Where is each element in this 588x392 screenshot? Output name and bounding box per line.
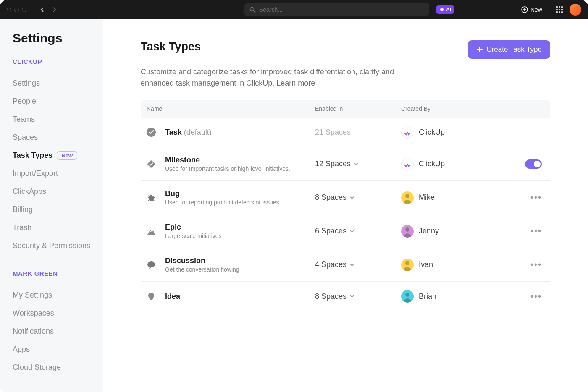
diamond-check-icon bbox=[145, 158, 158, 170]
sidebar-item-billing[interactable]: Billing bbox=[13, 201, 103, 219]
created-by-cell: Mike bbox=[401, 191, 504, 204]
sidebar-item-label: Task Types bbox=[13, 151, 52, 160]
nav-forward-button[interactable] bbox=[49, 4, 60, 15]
sidebar-item-settings[interactable]: Settings bbox=[13, 74, 103, 92]
sidebar-item-label: Security & Permissions bbox=[13, 241, 90, 250]
sidebar-item-my-settings[interactable]: My Settings bbox=[13, 286, 103, 304]
created-by-cell: ClickUp bbox=[401, 126, 504, 139]
creator-avatar bbox=[401, 191, 414, 204]
enabled-in-dropdown[interactable]: 4 Spaces bbox=[315, 260, 401, 269]
table-header: Name Enabled in Created By bbox=[141, 100, 550, 118]
new-button[interactable]: New bbox=[521, 6, 542, 13]
row-title: Task (default) bbox=[165, 128, 315, 137]
svg-line-11 bbox=[153, 196, 154, 197]
sidebar-item-security[interactable]: Security & Permissions bbox=[13, 237, 103, 255]
chevron-down-icon bbox=[349, 293, 355, 299]
divider bbox=[549, 5, 549, 14]
plus-icon bbox=[476, 46, 483, 53]
enabled-in-dropdown: 21 Spaces bbox=[315, 128, 401, 137]
column-header-created: Created By bbox=[401, 105, 504, 112]
creator-name: Ivan bbox=[419, 260, 433, 269]
creator-name: Brian bbox=[419, 292, 436, 301]
svg-point-2 bbox=[440, 8, 444, 11]
sidebar-item-label: Billing bbox=[13, 205, 33, 214]
svg-rect-7 bbox=[150, 195, 152, 197]
row-title: Discussion bbox=[165, 256, 315, 265]
column-header-enabled: Enabled in bbox=[315, 105, 401, 112]
enable-toggle[interactable] bbox=[525, 159, 542, 169]
enabled-in-dropdown[interactable]: 6 Spaces bbox=[315, 227, 401, 235]
svg-point-0 bbox=[250, 7, 254, 11]
creator-name: Mike bbox=[419, 193, 435, 202]
chat-icon bbox=[145, 259, 158, 271]
creator-name: ClickUp bbox=[419, 159, 445, 168]
enabled-count: 21 Spaces bbox=[315, 128, 351, 137]
more-options-button[interactable]: ••• bbox=[530, 292, 542, 301]
create-button-label: Create Task Type bbox=[486, 45, 542, 54]
search-field[interactable] bbox=[244, 3, 429, 16]
svg-point-19 bbox=[405, 293, 410, 297]
table-row[interactable]: BugUsed for reporting product defects or… bbox=[141, 181, 550, 214]
nav-back-button[interactable] bbox=[37, 4, 47, 15]
svg-point-16 bbox=[147, 261, 155, 267]
sidebar-item-label: People bbox=[13, 97, 36, 106]
table-row[interactable]: Idea8 SpacesBrian••• bbox=[141, 282, 550, 311]
sidebar-item-people[interactable]: People bbox=[13, 92, 103, 110]
sidebar-item-cloud-storage[interactable]: Cloud Storage bbox=[13, 358, 103, 376]
svg-line-13 bbox=[153, 199, 154, 201]
sidebar-item-label: Apps bbox=[13, 345, 30, 354]
svg-point-17 bbox=[405, 261, 410, 265]
creator-avatar bbox=[401, 225, 414, 238]
sidebar-item-notifications[interactable]: Notifications bbox=[13, 322, 103, 340]
row-title: Milestone bbox=[165, 156, 315, 165]
sidebar-item-clickapps[interactable]: ClickApps bbox=[13, 183, 103, 201]
row-subtitle: Used for reporting product defects or is… bbox=[165, 199, 315, 206]
table-row[interactable]: Task (default)21 SpacesClickUp bbox=[141, 118, 550, 147]
apps-grid-icon[interactable] bbox=[556, 6, 563, 13]
new-label: New bbox=[530, 6, 542, 13]
mountain-icon bbox=[145, 225, 158, 238]
sidebar-item-label: Settings bbox=[13, 79, 40, 88]
enabled-in-dropdown[interactable]: 8 Spaces bbox=[315, 193, 401, 202]
page-description: Customize and categorize tasks for impro… bbox=[141, 66, 410, 89]
learn-more-link[interactable]: Learn more bbox=[276, 79, 315, 87]
sidebar-item-apps[interactable]: Apps bbox=[13, 340, 103, 358]
enabled-count: 8 Spaces bbox=[315, 292, 346, 301]
row-title: Epic bbox=[165, 223, 315, 232]
created-by-cell: Ivan bbox=[401, 259, 504, 271]
sidebar-item-teams[interactable]: Teams bbox=[13, 110, 103, 128]
sidebar-item-label: ClickApps bbox=[13, 187, 46, 196]
ai-button[interactable]: AI bbox=[436, 5, 454, 14]
sidebar-item-task-types[interactable]: Task TypesNew bbox=[13, 146, 103, 165]
table-row[interactable]: DiscussionGet the conversation flowing4 … bbox=[141, 248, 550, 282]
enabled-in-dropdown[interactable]: 8 Spaces bbox=[315, 292, 401, 301]
creator-avatar bbox=[401, 259, 414, 271]
svg-line-1 bbox=[254, 11, 255, 13]
search-input[interactable] bbox=[259, 6, 424, 13]
sidebar-item-label: My Settings bbox=[13, 291, 52, 300]
user-avatar[interactable] bbox=[570, 4, 581, 16]
enabled-count: 8 Spaces bbox=[315, 193, 346, 202]
ai-label: AI bbox=[446, 7, 451, 13]
svg-rect-18 bbox=[150, 299, 152, 300]
row-title: Bug bbox=[165, 189, 315, 198]
table-row[interactable]: EpicLarge-scale initiatives6 SpacesJenny… bbox=[141, 214, 550, 248]
creator-avatar bbox=[401, 126, 414, 139]
create-task-type-button[interactable]: Create Task Type bbox=[468, 40, 550, 59]
section-label-user: MARK GREEN bbox=[13, 270, 103, 277]
section-label-clickup: CLICKUP bbox=[13, 58, 103, 65]
more-options-button[interactable]: ••• bbox=[530, 260, 542, 269]
enabled-in-dropdown[interactable]: 12 Spaces bbox=[315, 159, 401, 168]
more-options-button[interactable]: ••• bbox=[530, 193, 542, 202]
table-body: Task (default)21 SpacesClickUpMilestoneU… bbox=[141, 118, 550, 311]
created-by-cell: ClickUp bbox=[401, 158, 504, 170]
sidebar-item-import-export[interactable]: Import/Export bbox=[13, 165, 103, 183]
sidebar-item-workspaces[interactable]: Workspaces bbox=[13, 304, 103, 322]
more-options-button[interactable]: ••• bbox=[530, 226, 542, 236]
row-subtitle: Used for Important tasks or high-level i… bbox=[165, 165, 315, 172]
bulb-icon bbox=[145, 290, 158, 303]
sidebar-item-spaces[interactable]: Spaces bbox=[13, 128, 103, 146]
window-controls[interactable] bbox=[7, 8, 26, 12]
sidebar-item-trash[interactable]: Trash bbox=[13, 219, 103, 237]
table-row[interactable]: MilestoneUsed for Important tasks or hig… bbox=[141, 147, 550, 181]
